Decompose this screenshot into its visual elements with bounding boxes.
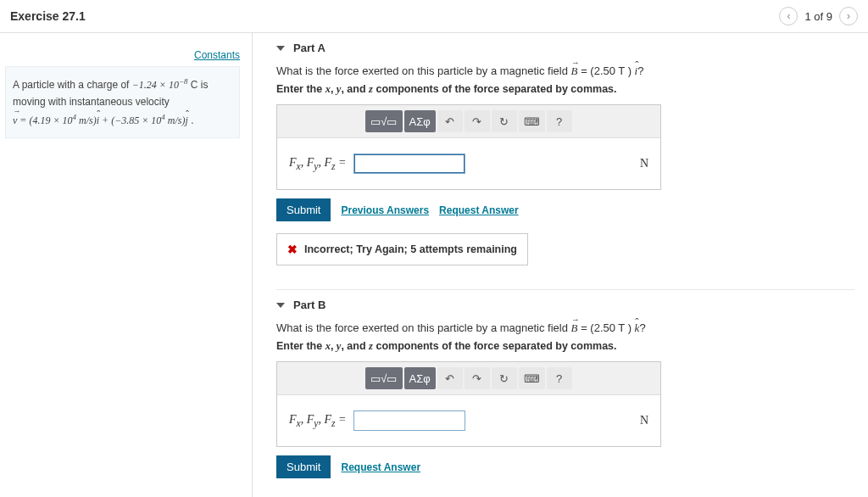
part-a-question: What is the force exerted on this partic… [276, 64, 854, 78]
part-b-question: What is the force exerted on this partic… [276, 321, 854, 335]
greek-button[interactable]: ΑΣφ [404, 110, 436, 132]
templates-button[interactable]: ▭√▭ [365, 367, 402, 389]
help-button[interactable]: ? [547, 367, 572, 389]
part-b-instruction: Enter the x, y, and z components of the … [276, 340, 854, 353]
part-a-unit: N [640, 157, 648, 170]
part-a-feedback: ✖ Incorrect; Try Again; 5 attempts remai… [276, 233, 528, 265]
redo-button[interactable]: ↷ [465, 367, 490, 389]
part-b-toolbar: ▭√▭ ΑΣφ ↶ ↷ ↻ ⌨ ? [277, 362, 660, 395]
exercise-title: Exercise 27.1 [10, 9, 86, 23]
top-bar: Exercise 27.1 ‹ 1 of 9 › [0, 0, 868, 33]
prev-button[interactable]: ‹ [779, 7, 798, 25]
reset-button[interactable]: ↻ [492, 367, 517, 389]
part-a-answer-box: ▭√▭ ΑΣφ ↶ ↷ ↻ ⌨ ? Fx, Fy, Fz = N [276, 104, 661, 190]
keyboard-button[interactable]: ⌨ [519, 367, 545, 389]
constants-link[interactable]: Constants [194, 49, 240, 61]
part-b-submit-button[interactable]: Submit [276, 455, 331, 478]
incorrect-x-icon: ✖ [287, 243, 298, 256]
part-b-input[interactable] [353, 410, 465, 431]
caret-down-icon[interactable] [276, 303, 285, 308]
problem-text: A particle with a charge of [13, 79, 132, 91]
divider [276, 289, 854, 290]
part-b-lhs: Fx, Fy, Fz = [289, 413, 347, 429]
redo-button[interactable]: ↷ [465, 110, 490, 132]
nav-position: 1 of 9 [804, 10, 832, 23]
part-a-toolbar: ▭√▭ ΑΣφ ↶ ↷ ↻ ⌨ ? [277, 105, 660, 138]
part-a-previous-answers-link[interactable]: Previous Answers [341, 204, 429, 216]
part-a-request-answer-link[interactable]: Request Answer [439, 204, 519, 216]
next-button[interactable]: › [839, 7, 858, 25]
part-b-unit: N [640, 414, 648, 427]
part-b-answer-box: ▭√▭ ΑΣφ ↶ ↷ ↻ ⌨ ? Fx, Fy, Fz = N [276, 361, 661, 447]
part-a-title: Part A [293, 42, 326, 54]
part-a: Part A What is the force exerted on this… [276, 42, 854, 265]
templates-button[interactable]: ▭√▭ [365, 110, 402, 132]
nav-controls: ‹ 1 of 9 › [779, 7, 858, 25]
part-a-instruction: Enter the x, y, and z components of the … [276, 83, 854, 96]
part-a-lhs: Fx, Fy, Fz = [289, 156, 347, 172]
part-b-title: Part B [293, 299, 326, 311]
sidebar: Constants A particle with a charge of −1… [0, 33, 253, 497]
undo-button[interactable]: ↶ [437, 367, 463, 389]
part-b-request-answer-link[interactable]: Request Answer [341, 461, 420, 473]
keyboard-button[interactable]: ⌨ [519, 110, 545, 132]
part-b: Part B What is the force exerted on this… [276, 299, 854, 478]
help-button[interactable]: ? [547, 110, 572, 132]
part-a-submit-button[interactable]: Submit [276, 198, 331, 221]
reset-button[interactable]: ↻ [492, 110, 517, 132]
part-a-input[interactable] [353, 154, 465, 174]
problem-statement: A particle with a charge of −1.24 × 10−8… [5, 66, 240, 138]
greek-button[interactable]: ΑΣφ [404, 367, 436, 389]
caret-down-icon[interactable] [276, 46, 285, 51]
undo-button[interactable]: ↶ [437, 110, 463, 132]
